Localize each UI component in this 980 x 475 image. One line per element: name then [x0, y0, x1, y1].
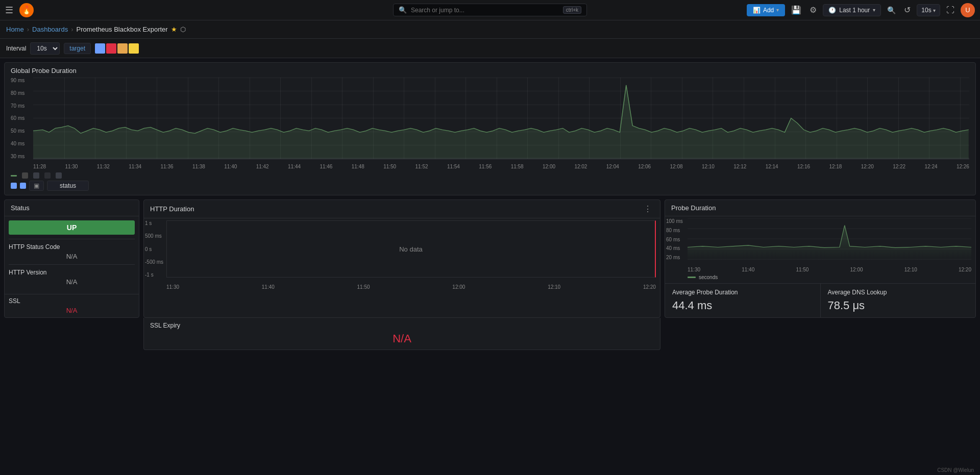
- ssl-row: SSL N/A: [5, 294, 139, 317]
- breadcrumb-sep2: ›: [71, 26, 73, 33]
- legend-item-1: [11, 172, 17, 179]
- probe-legend-label: seconds: [699, 274, 718, 280]
- search-icon: 🔍: [399, 6, 407, 14]
- http-chart-area: No data: [166, 220, 656, 278]
- add-chevron: ▾: [776, 7, 779, 13]
- ssl-expiry-row: SSL Expiry N/A: [4, 318, 976, 350]
- settings-button[interactable]: ⚙: [807, 3, 819, 17]
- global-probe-title: Global Probe Duration: [11, 67, 969, 74]
- legend-item-2: [22, 172, 28, 179]
- svg-marker-6: [688, 226, 971, 260]
- http-status-code-row: HTTP Status Code N/A: [9, 239, 135, 264]
- search-bar[interactable]: 🔍 ctrl+k: [393, 4, 587, 16]
- search-shortcut: ctrl+k: [563, 6, 581, 14]
- color-box-2: [106, 43, 116, 54]
- http-duration-chart: 1 s 500 ms 0 s -500 ms -1 s No data 11:3…: [144, 218, 660, 290]
- search-input[interactable]: [411, 7, 559, 14]
- status-panel: Status UP HTTP Status Code N/A HTTP Vers…: [4, 199, 139, 318]
- status-panel-header: Status: [5, 200, 139, 216]
- main-content: Global Probe Duration 90 ms 80 ms 70 ms …: [0, 58, 980, 354]
- ssl-expiry-value: N/A: [150, 332, 654, 345]
- clock-icon: 🕐: [828, 7, 836, 14]
- breadcrumb-dashboards[interactable]: Dashboards: [32, 26, 68, 33]
- status-row: UP HTTP Status Code N/A HTTP Version N/A: [5, 216, 139, 294]
- add-icon: 📊: [753, 7, 761, 14]
- probe-chart-svg: [688, 218, 971, 260]
- star-icon[interactable]: ★: [171, 26, 177, 33]
- probe-duration-panel: Probe Duration 100 ms 80 ms 60 ms 40 ms …: [665, 199, 976, 318]
- no-data-label: No data: [399, 245, 423, 253]
- target-button[interactable]: target: [64, 43, 91, 54]
- time-range-button[interactable]: 🕐 Last 1 hour ▾: [823, 4, 881, 16]
- user-avatar[interactable]: U: [961, 3, 975, 17]
- probe-chart-area: [688, 218, 971, 260]
- http-x-labels: 11:3011:4011:5012:0012:1012:20: [166, 284, 656, 290]
- ssl-expiry-panel: SSL Expiry N/A: [143, 318, 660, 350]
- top-right: 📊 Add ▾ 💾 ⚙ 🕐 Last 1 hour ▾ 🔍 ↺ 10s ▾ ⛶ …: [747, 3, 975, 17]
- legend-item-4: [44, 172, 51, 179]
- color-box-3: [117, 43, 128, 54]
- filter-chip[interactable]: ▣: [29, 181, 44, 191]
- svg-marker-0: [33, 85, 969, 159]
- add-button[interactable]: 📊 Add ▾: [747, 4, 785, 16]
- avg-probe-panel: Average Probe Duration 44.4 ms: [665, 284, 821, 317]
- chart-y-labels: 90 ms 80 ms 70 ms 60 ms 50 ms 40 ms 30 m…: [11, 78, 31, 159]
- chart-legend: [11, 172, 969, 179]
- breadcrumb-current: Prometheus Blackbox Exporter: [76, 26, 167, 33]
- color-group: [95, 43, 139, 54]
- probe-right-spacer: [665, 318, 976, 350]
- refresh-interval-button[interactable]: 10s ▾: [917, 4, 940, 16]
- interval-label: Interval: [6, 45, 26, 52]
- probe-duration-chart: 100 ms 80 ms 60 ms 40 ms 20 ms: [665, 216, 975, 272]
- color-box-4: [129, 43, 139, 54]
- top-bar: ☰ 🔥 🔍 ctrl+k 📊 Add ▾ 💾 ⚙ 🕐 Last 1 hour ▾…: [0, 0, 980, 20]
- probe-x-labels: 11:3011:4011:5012:0012:1012:20: [688, 267, 971, 272]
- variable-row: ▣ status: [11, 181, 969, 191]
- ssl-expiry-spacer: [4, 318, 139, 350]
- zoom-out-button[interactable]: 🔍: [885, 4, 898, 16]
- main-chart-svg: [33, 78, 969, 159]
- probe-legend-line: [688, 277, 696, 278]
- http-duration-menu[interactable]: ⋮: [642, 204, 654, 214]
- color-box-1: [95, 43, 105, 54]
- hamburger-icon[interactable]: ☰: [5, 5, 13, 16]
- global-probe-chart: 90 ms 80 ms 70 ms 60 ms 50 ms 40 ms 30 m…: [11, 78, 969, 169]
- legend-item-5: [56, 172, 62, 179]
- status-value: UP: [9, 220, 135, 235]
- ssl-value: N/A: [9, 307, 135, 314]
- share-icon[interactable]: ⬡: [180, 26, 186, 33]
- chart-main-area: [33, 78, 969, 159]
- refresh-button[interactable]: ↺: [902, 3, 913, 17]
- avg-dns-panel: Average DNS Lookup 78.5 μs: [821, 284, 976, 317]
- global-probe-panel: Global Probe Duration 90 ms 80 ms 70 ms …: [4, 62, 976, 195]
- legend-item-3: [33, 172, 39, 179]
- breadcrumb-home[interactable]: Home: [6, 26, 24, 33]
- http-y-labels: 1 s 500 ms 0 s -500 ms -1 s: [145, 220, 163, 278]
- http-duration-panel: HTTP Duration ⋮ 1 s 500 ms 0 s -500 ms -…: [143, 199, 660, 318]
- grafana-logo: 🔥: [19, 3, 34, 17]
- toolbar: Interval 10s 30s 1m target: [0, 39, 980, 58]
- stat-panels-row: Average Probe Duration 44.4 ms Average D…: [665, 283, 975, 317]
- expand-button[interactable]: ⛶: [944, 4, 957, 17]
- interval-select[interactable]: 10s 30s 1m: [30, 42, 60, 55]
- chart-x-labels: 11:2811:3011:3211:34 11:3611:3811:4011:4…: [33, 164, 969, 169]
- status-chip[interactable]: status: [47, 181, 89, 191]
- probe-duration-header: Probe Duration: [665, 200, 975, 216]
- probe-legend: seconds: [665, 272, 975, 283]
- http-version-row: HTTP Version N/A: [9, 264, 135, 290]
- breadcrumb-sep1: ›: [27, 26, 29, 33]
- probe-y-labels: 100 ms 80 ms 60 ms 40 ms 20 ms: [666, 218, 683, 260]
- breadcrumb-bar: Home › Dashboards › Prometheus Blackbox …: [0, 20, 980, 39]
- panels-row: Status UP HTTP Status Code N/A HTTP Vers…: [4, 199, 976, 318]
- http-duration-header: HTTP Duration ⋮: [144, 200, 660, 218]
- save-button[interactable]: 💾: [789, 3, 803, 17]
